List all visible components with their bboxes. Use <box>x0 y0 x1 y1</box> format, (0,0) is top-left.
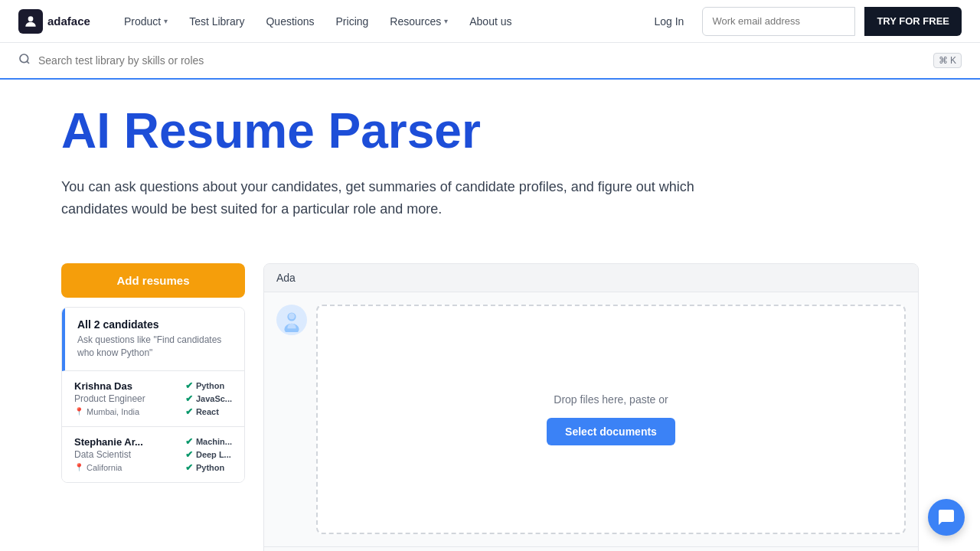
nav-product[interactable]: Product ▾ <box>115 11 177 32</box>
svg-point-5 <box>289 313 295 319</box>
skill-badge: ✔ React <box>185 406 232 417</box>
candidate-item[interactable]: Stephanie Ar... Data Scientist 📍 Califor… <box>62 427 244 482</box>
search-icon <box>18 53 31 68</box>
nav-pricing[interactable]: Pricing <box>327 11 378 32</box>
email-input[interactable] <box>702 7 855 36</box>
nav-right: Log In TRY FOR FREE <box>645 7 962 36</box>
candidate-skills: ✔ Python ✔ JavaSc... ✔ React <box>185 380 232 417</box>
select-documents-button[interactable]: Select documents <box>547 418 675 445</box>
left-panel: Add resumes All 2 candidates Ask questio… <box>61 263 245 551</box>
nav-resources[interactable]: Resources ▾ <box>381 11 457 32</box>
right-panel: Ada Drop files here, paste or <box>263 263 919 551</box>
candidate-role: Data Scientist <box>74 449 179 460</box>
candidate-skills: ✔ Machin... ✔ Deep L... ✔ Python <box>185 436 232 473</box>
avatar-circle <box>276 305 307 335</box>
skill-label: Python <box>196 463 224 472</box>
skill-badge: ✔ Deep L... <box>185 449 232 460</box>
chat-footer: Dismiss <box>264 546 918 551</box>
skill-badge: ✔ Python <box>185 380 232 391</box>
hero-section: AI Resume Parser You can ask questions a… <box>61 80 919 239</box>
chat-body: Drop files here, paste or Select documen… <box>264 292 918 546</box>
avatar <box>276 305 307 335</box>
skill-label: Python <box>196 381 224 390</box>
location-pin-icon: 📍 <box>74 463 83 471</box>
svg-point-0 <box>28 16 34 21</box>
all-candidates-item[interactable]: All 2 candidates Ask questions like "Fin… <box>62 308 244 371</box>
candidate-info: Stephanie Ar... Data Scientist 📍 Califor… <box>74 436 179 472</box>
check-icon: ✔ <box>185 462 193 473</box>
check-icon: ✔ <box>185 380 193 391</box>
candidate-role: Product Engineer <box>74 393 179 404</box>
check-icon: ✔ <box>185 436 193 447</box>
skill-label: JavaSc... <box>196 394 232 403</box>
nav-questions[interactable]: Questions <box>256 11 323 32</box>
bottom-section: Add resumes All 2 candidates Ask questio… <box>61 263 919 551</box>
skill-label: React <box>196 407 219 416</box>
skill-label: Deep L... <box>196 450 231 459</box>
file-upload-area[interactable]: Drop files here, paste or Select documen… <box>316 305 906 534</box>
try-for-free-button[interactable]: TRY FOR FREE <box>864 7 962 36</box>
chevron-down-icon: ▾ <box>444 17 448 25</box>
candidates-list: All 2 candidates Ask questions like "Fin… <box>61 307 245 483</box>
location-pin-icon: 📍 <box>74 407 83 416</box>
hero-description: You can ask questions about your candida… <box>61 176 704 220</box>
nav-links: Product ▾ Test Library Questions Pricing… <box>115 11 645 32</box>
candidate-location: 📍 Mumbai, India <box>74 407 179 416</box>
drop-files-text: Drop files here, paste or <box>554 393 668 406</box>
candidate-item[interactable]: Krishna Das Product Engineer 📍 Mumbai, I… <box>62 371 244 427</box>
login-link[interactable]: Log In <box>645 11 693 32</box>
all-candidates-description: Ask questions like "Find candidates who … <box>77 334 232 360</box>
skill-label: Machin... <box>196 437 232 446</box>
check-icon: ✔ <box>185 449 193 460</box>
search-input[interactable] <box>38 54 926 67</box>
nav-about-us[interactable]: About us <box>460 11 521 32</box>
chevron-down-icon: ▾ <box>164 17 168 25</box>
add-resumes-button[interactable]: Add resumes <box>61 263 245 298</box>
check-icon: ✔ <box>185 406 193 417</box>
skill-badge: ✔ Python <box>185 462 232 473</box>
candidate-name: Krishna Das <box>74 380 179 392</box>
logo[interactable]: adaface <box>18 9 90 34</box>
logo-text: adaface <box>47 15 90 28</box>
chat-header: Ada <box>264 264 918 292</box>
skill-badge: ✔ Machin... <box>185 436 232 447</box>
candidate-location: 📍 California <box>74 463 179 472</box>
navbar: adaface Product ▾ Test Library Questions… <box>0 0 980 43</box>
check-icon: ✔ <box>185 393 193 404</box>
svg-point-1 <box>20 54 28 63</box>
search-kbd-hint: ⌘ K <box>933 53 962 68</box>
search-bar: ⌘ K <box>0 43 980 80</box>
all-candidates-title: All 2 candidates <box>77 318 232 331</box>
nav-test-library[interactable]: Test Library <box>180 11 253 32</box>
main-content: AI Resume Parser You can ask questions a… <box>0 80 980 551</box>
candidate-info: Krishna Das Product Engineer 📍 Mumbai, I… <box>74 380 179 416</box>
candidate-name: Stephanie Ar... <box>74 436 179 448</box>
skill-badge: ✔ JavaSc... <box>185 393 232 404</box>
chat-bubble-button[interactable] <box>928 499 965 536</box>
hero-title: AI Resume Parser <box>61 104 919 158</box>
